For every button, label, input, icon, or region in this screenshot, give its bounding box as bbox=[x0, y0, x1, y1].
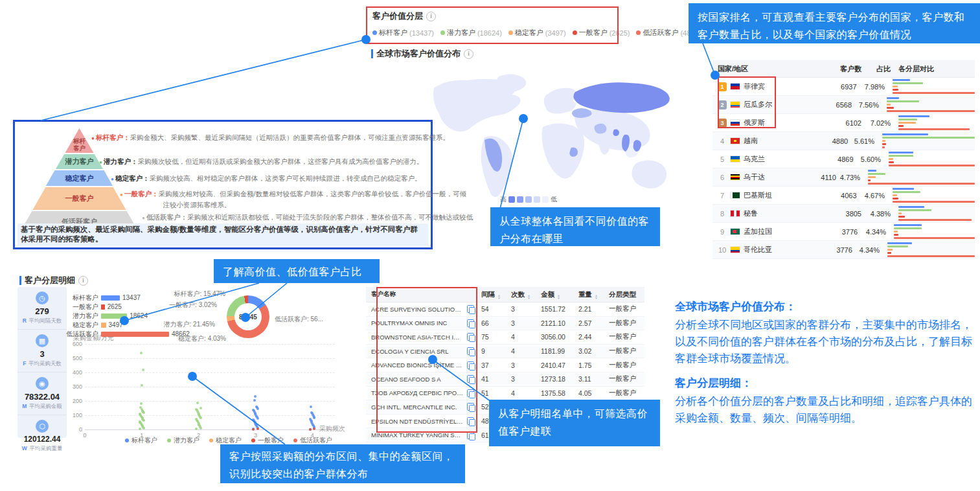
customer-row[interactable]: OCEANO SEAFOOD S A4131273.183.11一般客户 bbox=[366, 372, 644, 387]
col-country[interactable]: 国家/地区 bbox=[712, 64, 830, 74]
legend-item[interactable]: 标杆客户(13437) bbox=[372, 28, 434, 38]
col-times[interactable]: 次数▲▼ bbox=[511, 290, 541, 299]
scatter-legend-item[interactable]: 标杆客户 bbox=[125, 436, 157, 445]
col-weight[interactable]: 重量▲▼ bbox=[578, 290, 609, 299]
tier-mini-bar bbox=[893, 188, 914, 190]
tier-mini-bar bbox=[882, 143, 886, 145]
tier-bar-row[interactable]: 稳定客户3497 bbox=[62, 322, 123, 328]
country-name: 乌干达 bbox=[744, 172, 765, 182]
scatter-legend-dot-icon bbox=[251, 439, 255, 442]
scatter-point bbox=[140, 352, 142, 354]
tier-bar bbox=[101, 323, 106, 328]
customer-amount: 2121.10 bbox=[541, 319, 578, 327]
y-axis-tick: 500 bbox=[65, 355, 82, 361]
sort-icon[interactable]: ▲▼ bbox=[497, 294, 501, 299]
country-row[interactable]: 10哥伦比亚37764.34% bbox=[712, 241, 975, 259]
country-customers: 3805 bbox=[830, 210, 861, 218]
tier-bar-value: 13437 bbox=[122, 294, 141, 301]
scatter-point bbox=[140, 402, 142, 405]
legend-item[interactable]: 潜力客户(18624) bbox=[440, 28, 502, 38]
stat-icon: ▦ bbox=[36, 334, 49, 347]
contact-card-cell bbox=[463, 389, 477, 397]
tier-bar-label: 一般客户 bbox=[62, 303, 98, 312]
scatter-legend-item[interactable]: 稳定客户 bbox=[209, 436, 242, 445]
tier-mini-bar bbox=[889, 152, 913, 154]
contact-card-icon[interactable] bbox=[467, 361, 474, 369]
customer-row[interactable]: ACRE SURVEYING SOLUTIONS PERU S A C AC54… bbox=[366, 303, 644, 317]
rank-number: 4 bbox=[718, 137, 727, 145]
customer-row[interactable]: ADVANCED BIONICS İŞİTME CİHAZLARI TİCARE… bbox=[366, 358, 644, 372]
country-row[interactable]: 8秘鲁38054.38% bbox=[712, 205, 975, 223]
tier-mini-bar bbox=[898, 219, 972, 221]
country-row[interactable]: 5乌克兰48695.60% bbox=[712, 150, 975, 168]
sort-icon[interactable]: ▲▼ bbox=[557, 294, 560, 299]
legend-item[interactable]: 一般客户(2625) bbox=[573, 28, 630, 38]
col-customers[interactable]: 客户数 bbox=[830, 64, 861, 74]
col-interval[interactable]: 间隔▲▼ bbox=[477, 290, 511, 299]
scatter-legend-item[interactable]: 低活跃客户 bbox=[293, 436, 332, 445]
contact-card-icon[interactable] bbox=[467, 347, 474, 355]
tier-bar bbox=[101, 304, 105, 310]
tier-bar-row[interactable]: 潜力客户18624 bbox=[62, 313, 148, 319]
global-section-title-row: 全球市场客户价值分布 i bbox=[371, 48, 473, 60]
contact-card-icon[interactable] bbox=[467, 417, 474, 425]
sort-icon[interactable]: ▲▼ bbox=[527, 294, 530, 299]
customer-name: ТЗОВ АКРОБУД СЕРВІС ПРОСП ПЕРЕМОГИ 91 bbox=[366, 389, 463, 396]
tier-bar-row[interactable]: 标杆客户13437 bbox=[62, 295, 141, 301]
contact-card-icon[interactable] bbox=[467, 375, 474, 383]
donut-segment-label: 低活跃客户: 56... bbox=[275, 315, 333, 324]
contact-card-icon[interactable] bbox=[467, 333, 474, 341]
tier-mini-bar bbox=[868, 173, 885, 175]
info-icon[interactable]: i bbox=[426, 12, 436, 21]
section-bar bbox=[371, 49, 373, 58]
scatter-legend-label: 标杆客户 bbox=[131, 436, 157, 445]
country-row[interactable]: 9孟加拉国37764.34% bbox=[712, 223, 975, 241]
customer-times: 4 bbox=[511, 347, 541, 355]
customer-interval: 9 bbox=[477, 347, 511, 355]
country-customers: 6937 bbox=[826, 83, 856, 91]
country-name: 厄瓜多尔 bbox=[744, 100, 772, 109]
country-row[interactable]: 6乌干达41104.73% bbox=[712, 168, 975, 187]
country-row[interactable]: 2厄瓜多尔65687.56% bbox=[712, 96, 975, 114]
col-customer-name: 客户名称 bbox=[366, 290, 463, 299]
info-icon[interactable]: i bbox=[78, 276, 88, 286]
scatter-point bbox=[253, 399, 256, 402]
tier-mini-bar bbox=[887, 97, 899, 99]
callout-country-ranking: 按国家排名，可直观查看主要客户分布的国家，客户数和客户数量占比，以及每个国家的客… bbox=[689, 3, 980, 43]
customer-row[interactable]: ECOLOGIA Y CIENCIA SRL941181.993.02一般客户 bbox=[366, 345, 644, 359]
tier-mini-bars bbox=[880, 242, 975, 257]
col-amount[interactable]: 金额▲▼ bbox=[541, 290, 578, 299]
customer-times: 3 bbox=[511, 375, 541, 383]
country-row[interactable]: 3俄罗斯61027.02% bbox=[712, 114, 975, 132]
scatter-plot[interactable]: 010020030040050060001234 bbox=[85, 344, 335, 429]
tier-mini-bar bbox=[898, 125, 904, 127]
tier-bar-row[interactable]: 一般客户2625 bbox=[62, 304, 122, 310]
country-row[interactable]: 7巴基斯坦40634.67% bbox=[712, 187, 975, 205]
country-flag-icon bbox=[730, 174, 740, 181]
scatter-legend-item[interactable]: 一般客户 bbox=[251, 436, 284, 445]
tier-mini-bar bbox=[893, 86, 898, 87]
customer-row[interactable]: ТЗОВ АКРОБУД СЕРВІС ПРОСП ПЕРЕМОГИ 91514… bbox=[366, 387, 644, 401]
legend-dot-icon bbox=[573, 30, 577, 35]
customer-interval: 51 bbox=[477, 389, 511, 397]
tier-mini-bar bbox=[898, 115, 929, 117]
country-row[interactable]: 4越南48805.61% bbox=[712, 132, 975, 150]
sort-icon[interactable]: ▲▼ bbox=[595, 294, 598, 299]
customer-row[interactable]: BROWNSTONE ASIA-TECH INC.7543056.002.44一… bbox=[366, 330, 644, 345]
contact-card-icon[interactable] bbox=[467, 305, 474, 313]
tier-bullet-icon: ● bbox=[99, 159, 104, 165]
contact-card-icon[interactable] bbox=[467, 403, 474, 411]
col-share[interactable]: 占比 bbox=[861, 64, 891, 74]
info-icon[interactable]: i bbox=[464, 49, 473, 59]
contact-card-icon[interactable] bbox=[467, 319, 474, 327]
customer-row[interactable]: POULTRYMAX OMNIS INC6632121.102.57一般客户 bbox=[366, 317, 644, 331]
contact-card-icon[interactable] bbox=[467, 389, 474, 397]
country-row[interactable]: 1菲律宾69377.98% bbox=[712, 78, 975, 96]
customer-amount: 3056.00 bbox=[541, 333, 578, 341]
contact-card-icon[interactable] bbox=[467, 431, 474, 439]
legend-item[interactable]: 稳定客户(3497) bbox=[508, 28, 566, 38]
country-flag-icon bbox=[730, 210, 740, 217]
stat-icon: ⬡ bbox=[36, 420, 49, 433]
scatter-legend-item[interactable]: 潜力客户 bbox=[167, 436, 199, 445]
tier-mini-bar bbox=[889, 155, 913, 157]
